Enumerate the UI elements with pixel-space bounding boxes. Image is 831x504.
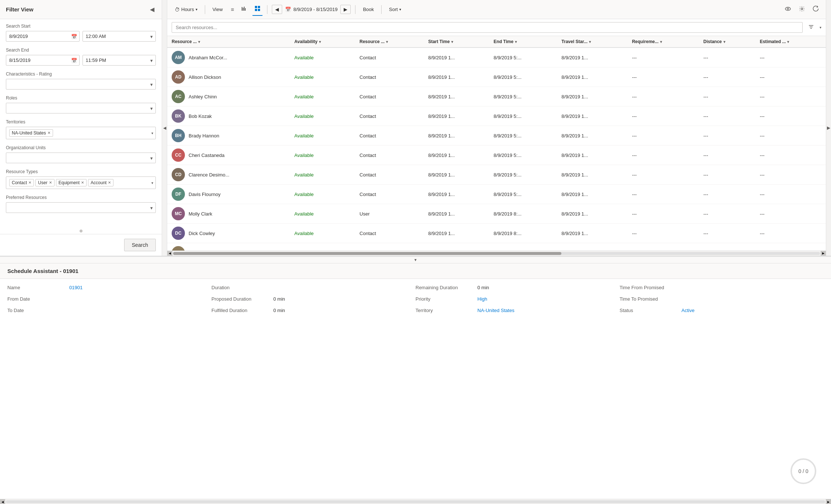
sa-name-value[interactable]: 01901	[69, 285, 83, 290]
resource-type: Contact	[355, 48, 424, 67]
right-collapse-strip[interactable]: ▶	[826, 0, 831, 256]
filter-collapse-button[interactable]: ◀	[148, 4, 156, 14]
horizontal-scroll[interactable]: ◀ ▶	[167, 251, 826, 256]
resource-travel-start: 8/9/2019 1...	[557, 126, 627, 146]
table-header-row: Resource ...▾ Availability▾ Resource ...…	[167, 36, 826, 48]
col-header-availability[interactable]: Availability▾	[290, 36, 355, 48]
search-start-time-select[interactable]: 12:00 AM	[83, 31, 156, 42]
date-range-text: 8/9/2019 - 8/15/2019	[293, 7, 337, 12]
table-header: Resource ...▾ Availability▾ Resource ...…	[167, 36, 826, 48]
settings-button[interactable]	[796, 3, 807, 16]
chart-view-button[interactable]	[239, 4, 249, 15]
sa-territory-row: Territory NA-United States	[416, 308, 620, 313]
col-header-travel-start[interactable]: Travel Star...▾	[557, 36, 627, 48]
sa-fulfilled-duration-label: Fulfilled Duration	[211, 308, 270, 313]
resource-availability: Available	[290, 204, 355, 224]
table-row[interactable]: CD Clarence Desimo... AvailableContact8/…	[167, 165, 826, 185]
col-header-resource-type[interactable]: Resource ...▾	[355, 36, 424, 48]
view-button[interactable]: View	[210, 5, 226, 14]
refresh-button[interactable]	[810, 3, 821, 16]
resource-travel-start: 8/9/2019 1...	[557, 204, 627, 224]
table-row[interactable]: DC Dick Cowley AvailableContact8/9/2019 …	[167, 224, 826, 243]
characteristics-rating-select[interactable]	[6, 79, 156, 90]
grid-view-button[interactable]	[252, 3, 263, 16]
resource-type-equipment-remove[interactable]: ✕	[81, 181, 84, 185]
resource-type-tag-equipment-label: Equipment	[59, 180, 80, 185]
roles-select[interactable]	[6, 103, 156, 113]
bottom-panel-collapse[interactable]: ▼	[0, 257, 831, 263]
resource-type-user-remove[interactable]: ✕	[49, 181, 52, 185]
resource-name: Brady Hannon	[189, 133, 219, 139]
col-header-end-time[interactable]: End Time▾	[489, 36, 557, 48]
book-button[interactable]: Book	[360, 5, 377, 14]
table-row[interactable]: FC Faith Charles AvailableContact8/9/201…	[167, 243, 826, 251]
availability-badge: Available	[294, 211, 314, 217]
search-end-field: Search End 📅 11:59 PM	[6, 48, 156, 66]
resource-start-time: 8/9/2019 1...	[424, 224, 489, 243]
resource-types-tag-container[interactable]: Contact ✕ User ✕ Equipment ✕ Account	[6, 176, 156, 189]
hours-label: Hours	[181, 7, 194, 12]
resource-estimated: ---	[755, 243, 826, 251]
col-header-start-time[interactable]: Start Time▾	[424, 36, 489, 48]
table-row[interactable]: AM Abraham McCor... AvailableContact8/9/…	[167, 48, 826, 67]
bottom-scroll-right[interactable]: ▶	[826, 499, 831, 504]
panel-collapse-strip[interactable]: ◀	[162, 0, 167, 256]
organizational-units-select[interactable]	[6, 153, 156, 163]
territory-tag-remove[interactable]: ✕	[48, 131, 50, 135]
sa-proposed-duration-value: 0 min	[273, 296, 285, 302]
sa-territory-value[interactable]: NA-United States	[477, 308, 514, 313]
bottom-scroll-left[interactable]: ◀	[0, 499, 5, 504]
table-row[interactable]: BK Bob Kozak AvailableContact8/9/2019 1.…	[167, 106, 826, 126]
search-resources-input[interactable]	[172, 22, 803, 33]
table-row[interactable]: CC Cheri Castaneda AvailableContact8/9/2…	[167, 146, 826, 165]
resource-type-contact-remove[interactable]: ✕	[28, 181, 31, 185]
schedule-assistant-body: Name 01901 Duration Remaining Duration 0…	[0, 279, 831, 499]
preferred-resources-select[interactable]	[6, 202, 156, 213]
scroll-left-button[interactable]: ◀	[167, 251, 172, 256]
col-header-distance[interactable]: Distance▾	[699, 36, 755, 48]
sort-button[interactable]: Sort ▾	[386, 5, 404, 14]
sa-status-value[interactable]: Active	[681, 308, 694, 313]
bottom-panel-scroll[interactable]: ◀ ▶	[0, 499, 831, 504]
col-header-name[interactable]: Resource ...▾	[167, 36, 290, 48]
sa-from-date-row: From Date	[7, 296, 211, 302]
search-start-date-input[interactable]	[6, 31, 80, 42]
resource-name-cell-7: DF Davis Flournoy	[167, 185, 290, 204]
view-label: View	[213, 7, 223, 12]
search-button[interactable]: Search	[124, 239, 156, 251]
resource-name-cell-3: BK Bob Kozak	[167, 106, 290, 126]
svg-rect-5	[258, 6, 260, 8]
visibility-button[interactable]	[782, 3, 793, 16]
sa-time-from-promised-row: Time From Promised	[620, 285, 824, 290]
resource-type-tag-user: User ✕	[35, 179, 54, 186]
table-row[interactable]: MC Molly Clark AvailableUser8/9/2019 1..…	[167, 204, 826, 224]
table-row[interactable]: BH Brady Hannon AvailableContact8/9/2019…	[167, 126, 826, 146]
resource-type: Contact	[355, 67, 424, 87]
resource-requirements: ---	[628, 87, 699, 106]
progress-circle: 0 / 0	[790, 458, 816, 484]
col-header-estimated[interactable]: Estimated ...▾	[755, 36, 826, 48]
roles-field: Roles	[6, 95, 156, 113]
territories-tag-container[interactable]: NA-United States ✕ ▾	[6, 127, 156, 139]
hours-button[interactable]: ⏱ Hours ▾	[172, 5, 200, 14]
date-next-button[interactable]: ▶	[340, 5, 351, 14]
resource-type-account-remove[interactable]: ✕	[108, 181, 111, 185]
col-header-requirements[interactable]: Requireme...▾	[628, 36, 699, 48]
resource-estimated: ---	[755, 204, 826, 224]
search-filter-button[interactable]	[806, 23, 817, 32]
list-view-button[interactable]: ≡	[229, 4, 236, 15]
search-end-date-input[interactable]	[6, 55, 80, 66]
table-row[interactable]: DF Davis Flournoy AvailableContact8/9/20…	[167, 185, 826, 204]
territory-tag-na-us: NA-United States ✕	[9, 129, 53, 137]
search-end-calendar-icon[interactable]: 📅	[71, 57, 77, 63]
date-prev-button[interactable]: ◀	[272, 5, 282, 14]
table-row[interactable]: AC Ashley Chinn AvailableContact8/9/2019…	[167, 87, 826, 106]
table-row[interactable]: AD Allison Dickson AvailableContact8/9/2…	[167, 67, 826, 87]
search-end-time-select[interactable]: 11:59 PM	[83, 55, 156, 66]
svg-point-8	[785, 7, 790, 10]
sa-priority-value[interactable]: High	[477, 296, 487, 302]
resource-start-time: 8/9/2019 1...	[424, 185, 489, 204]
scroll-right-button[interactable]: ▶	[821, 251, 826, 256]
filter-body: Search Start 📅 12:00 AM	[0, 19, 162, 228]
search-start-calendar-icon[interactable]: 📅	[71, 34, 77, 39]
